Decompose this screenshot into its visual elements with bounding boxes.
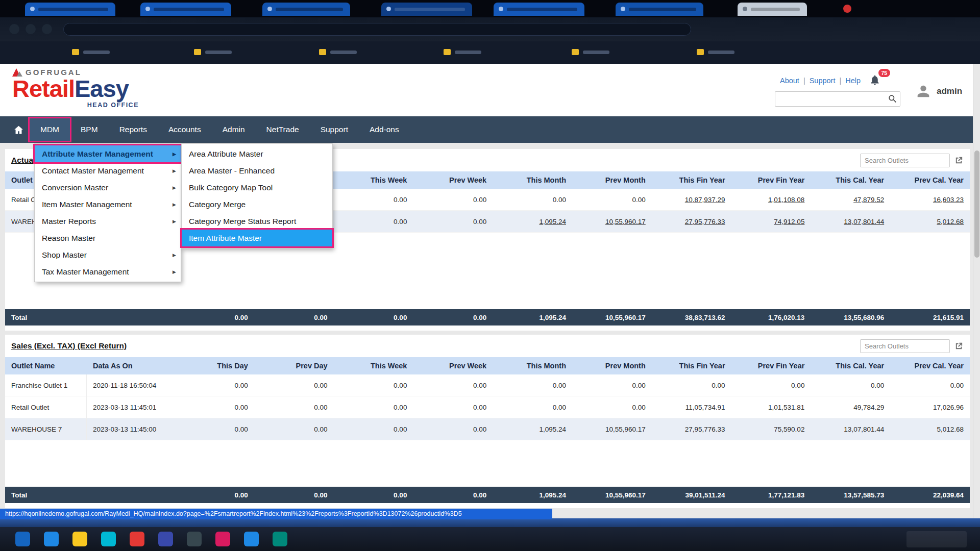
browser-tab[interactable] [140,3,231,16]
menu-item-tax-master-management[interactable]: Tax Master Management▶ [35,263,181,280]
total-value: 0.00 [413,487,493,503]
taskbar-icon[interactable] [273,532,287,546]
bookmark-item[interactable] [72,49,110,55]
section-tools [860,154,964,167]
nav-item-admin[interactable]: Admin [212,118,256,141]
taskbar-icon[interactable] [215,532,230,546]
total-value: 13,55,680.96 [811,309,890,325]
total-value: 10,55,960.17 [572,487,652,503]
value-cell: 0.00 [254,374,334,396]
expand-icon[interactable] [954,341,964,351]
menu-item-label: Category Merge [189,200,246,209]
taskbar-icon[interactable] [130,532,144,546]
search-outlets-input[interactable] [860,154,950,167]
menu-item-category-merge-status-report[interactable]: Category Merge Status Report [182,213,332,230]
menu-item-label: Category Merge Status Report [189,217,296,226]
forward-icon[interactable] [26,24,36,34]
menu-item-conversion-master[interactable]: Conversion Master▶ [35,179,181,196]
support-link[interactable]: Support [810,77,836,85]
taskbar-icon[interactable] [44,532,59,546]
column-header: This Fin Year [652,357,731,374]
drilldown-link[interactable]: 27,95,776.33 [652,211,731,233]
search-outlets-input[interactable] [860,339,950,353]
nav-item-nettrade[interactable]: NetTrade [256,118,310,141]
menu-item-item-attribute-master[interactable]: Item Attribute Master [182,230,332,246]
sales-total: Total0.000.000.000.001,095.2410,55,960.1… [5,487,970,503]
drilldown-link[interactable]: 1,095.24 [493,211,572,233]
column-header: This Fin Year [652,171,731,189]
total-value: 1,76,020.13 [731,309,811,325]
drilldown-link[interactable]: 16,603.23 [890,189,970,211]
scrollbar-track[interactable] [973,64,980,518]
browser-tab-active[interactable] [738,3,807,16]
menu-item-category-merge[interactable]: Category Merge [182,196,332,213]
drilldown-link[interactable]: 47,879.52 [811,189,890,211]
browser-tab[interactable] [262,3,350,16]
drilldown-link[interactable]: 10,55,960.17 [572,211,652,233]
nav-item-add-ons[interactable]: Add-ons [359,118,410,141]
global-search-input[interactable] [775,91,900,107]
bookmark-item[interactable] [572,49,609,55]
browser-tab[interactable] [25,3,115,16]
notifications-bell-icon[interactable] [869,74,880,86]
submenu-arrow-icon: ▶ [173,168,176,173]
bookmark-item[interactable] [697,49,734,55]
bookmark-item[interactable] [444,49,481,55]
scrollbar-thumb[interactable] [974,151,979,258]
table-row: WAREHOUSE 72023-03-13 11:45:000.000.000.… [5,418,970,440]
product-name-retail: Retail [12,75,75,102]
user-menu[interactable]: admin [915,83,962,100]
taskbar-icon[interactable] [187,532,202,546]
drilldown-link[interactable]: 1,01,108.08 [731,189,811,211]
address-bar[interactable] [63,23,691,36]
system-tray[interactable] [906,531,967,547]
search-icon[interactable] [888,94,897,103]
taskbar-icon[interactable] [101,532,116,546]
menu-item-reason-master[interactable]: Reason Master [35,230,181,246]
nav-item-mdm[interactable]: MDM [30,118,70,141]
bookmark-item[interactable] [319,49,357,55]
drilldown-link[interactable]: 10,87,937.29 [652,189,731,211]
drilldown-link[interactable]: 74,912.05 [731,211,811,233]
value-cell: 0.00 [572,189,652,211]
total-value: 0.00 [254,309,334,325]
browser-tab[interactable] [616,3,703,16]
value-cell: 0.00 [890,374,970,396]
total-label: Total [5,487,175,503]
nav-item-accounts[interactable]: Accounts [158,118,212,141]
taskbar-icon[interactable] [244,532,259,546]
bottom-strip [0,518,980,527]
nav-item-reports[interactable]: Reports [109,118,158,141]
home-icon[interactable] [7,118,30,141]
reload-icon[interactable] [42,24,52,34]
browser-tab-strip [0,0,980,17]
menu-item-item-master-management[interactable]: Item Master Management▶ [35,196,181,213]
taskbar-icon[interactable] [158,532,173,546]
bookmark-item[interactable] [194,49,232,55]
nav-item-bpm[interactable]: BPM [70,118,109,141]
column-header: Prev Fin Year [731,357,811,374]
browser-tab[interactable] [494,3,584,16]
menu-item-bulk-category-map-tool[interactable]: Bulk Category Map Tool [182,179,332,196]
menu-item-label: Tax Master Management [42,267,129,277]
menu-item-attribute-master-management[interactable]: Attribute Master Management▶ [35,145,181,162]
back-icon[interactable] [9,24,19,34]
expand-icon[interactable] [954,156,964,165]
help-link[interactable]: Help [845,77,861,85]
nav-item-support[interactable]: Support [310,118,359,141]
taskbar-icon[interactable] [72,532,87,546]
drilldown-link[interactable]: 13,07,801.44 [811,211,890,233]
about-link[interactable]: About [780,77,799,85]
menu-item-contact-master-management[interactable]: Contact Master Management▶ [35,162,181,179]
drilldown-link[interactable]: 5,012.68 [890,211,970,233]
menu-item-area-attribute-master[interactable]: Area Attribute Master [182,145,332,162]
value-cell: 0.00 [652,374,731,396]
browser-tab[interactable] [381,3,472,16]
browser-tab-icon[interactable] [843,5,851,13]
total-row: Total0.000.000.000.001,095.2410,55,960.1… [5,309,970,325]
menu-item-master-reports[interactable]: Master Reports▶ [35,213,181,230]
folder-icon [444,49,451,55]
menu-item-shop-master[interactable]: Shop Master▶ [35,246,181,263]
taskbar-icon[interactable] [15,532,30,546]
menu-item-area-master-enhanced[interactable]: Area Master - Enhanced [182,162,332,179]
